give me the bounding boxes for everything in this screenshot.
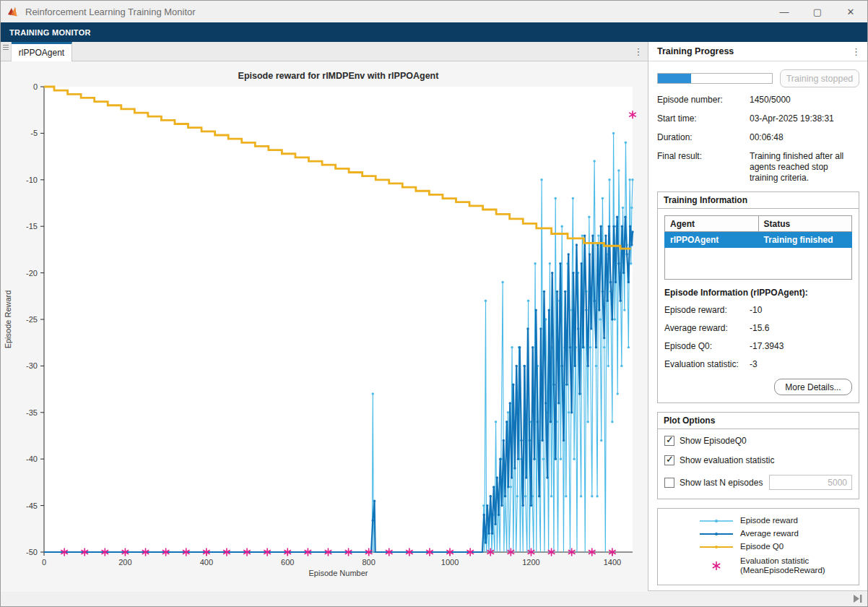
ribbon-tab-training-monitor[interactable]: TRAINING MONITOR <box>1 28 100 37</box>
episode-reward-label: Episode reward: <box>664 305 750 315</box>
svg-text:-10: -10 <box>26 176 38 184</box>
evaluation-statistic-row: Evaluation statistic: -3 <box>664 359 852 369</box>
svg-text:-40: -40 <box>26 455 38 463</box>
episode-q0-line-sample <box>700 543 733 551</box>
svg-text:1000: 1000 <box>441 558 459 567</box>
training-information-section: Training Information Agent Status rlPPOA… <box>657 191 859 403</box>
episode-number-value: 1450/5000 <box>750 95 858 106</box>
minimize-button[interactable]: — <box>768 1 801 22</box>
more-details-button[interactable]: More Details... <box>774 379 852 395</box>
training-stopped-button[interactable]: Training stopped <box>780 69 859 87</box>
plot-option-checkbox-1[interactable] <box>664 455 674 465</box>
svg-text:0: 0 <box>42 558 46 567</box>
episode-information-title: Episode Information (rlPPOAgent): <box>664 288 852 298</box>
svg-text:Episode Reward: Episode Reward <box>4 290 12 349</box>
duration-row: Duration: 00:06:48 <box>657 132 859 143</box>
svg-text:1200: 1200 <box>522 558 539 567</box>
document-pane: rlPPOAgent ⋮ Episode reward for rlMDPEnv… <box>1 42 648 590</box>
show-episodeq0-label: Show EpisodeQ0 <box>680 436 747 446</box>
training-information-title: Training Information <box>658 192 859 209</box>
ribbon: TRAINING MONITOR <box>1 22 867 42</box>
svg-text:400: 400 <box>200 558 213 567</box>
evaluation-statistic-value: -3 <box>750 359 758 369</box>
matlab-logo-icon <box>7 7 19 17</box>
average-reward-value: -15.6 <box>750 323 769 333</box>
agents-table-header-agent: Agent <box>665 216 759 232</box>
duration-value: 00:06:48 <box>750 132 858 143</box>
close-button[interactable]: ✕ <box>834 1 867 22</box>
svg-text:-35: -35 <box>26 408 38 417</box>
episode-q0-label: Episode Q0: <box>664 341 750 351</box>
svg-text:-5: -5 <box>30 129 38 137</box>
final-result-label: Final result: <box>657 151 750 184</box>
episode-number-row: Episode number: 1450/5000 <box>657 95 859 106</box>
window-title: Reinforcement Learning Training Monitor <box>25 7 196 17</box>
agents-table-header-status: Status <box>758 216 851 232</box>
maximize-button[interactable]: ▢ <box>801 1 834 22</box>
svg-text:800: 800 <box>362 558 375 567</box>
svg-text:200: 200 <box>118 558 131 567</box>
chart-legend: Episode reward Average reward Episode Q0 <box>657 508 859 585</box>
plot-option-checkbox-0[interactable] <box>664 436 674 446</box>
tab-overflow-menu-icon[interactable]: ⋮ <box>629 42 648 61</box>
progress-bar-fill <box>658 74 691 83</box>
agent-cell: rlPPOAgent <box>665 232 759 248</box>
duration-label: Duration: <box>657 132 750 143</box>
svg-text:-15: -15 <box>26 222 38 231</box>
show-evaluation-statistic-label: Show evaluation statistic <box>680 455 774 465</box>
document-tab-strip: rlPPOAgent ⋮ <box>1 42 648 61</box>
legend-entry-episode-q0: Episode Q0 <box>662 542 854 551</box>
svg-text:Episode Number: Episode Number <box>309 569 368 577</box>
panel-title: Training Progress <box>657 46 734 56</box>
figure-area: Episode reward for rlMDPEnv with rlPPOAg… <box>1 61 648 595</box>
training-chart: Episode reward for rlMDPEnv with rlPPOAg… <box>1 61 648 592</box>
evaluation-statistic-label: Evaluation statistic: <box>664 359 750 369</box>
agent-row-rlppoagent[interactable]: rlPPOAgent Training finished <box>665 232 852 248</box>
legend-entry-evaluation-statistic: Evaluation statistic (MeanEpisodeReward) <box>662 556 854 575</box>
svg-text:1400: 1400 <box>604 558 621 567</box>
episode-number-label: Episode number: <box>657 95 750 106</box>
episode-q0-row: Episode Q0: -17.3943 <box>664 341 852 351</box>
plot-options-section: Plot Options Show EpisodeQ0 Show evaluat… <box>657 412 859 499</box>
average-reward-line-sample <box>700 530 733 538</box>
svg-text:0: 0 <box>33 82 38 91</box>
title-bar: Reinforcement Learning Training Monitor … <box>1 1 867 22</box>
panel-menu-icon[interactable]: ⋮ <box>851 46 861 57</box>
status-cell: Training finished <box>758 232 851 248</box>
svg-text:600: 600 <box>281 558 294 567</box>
last-n-episodes-input[interactable] <box>769 475 852 490</box>
show-last-n-episodes-label: Show last N episodes <box>680 478 763 488</box>
tab-drag-handle[interactable] <box>1 42 12 61</box>
episode-reward-row: Episode reward: -10 <box>664 305 852 315</box>
training-progress-panel: Training Progress ⋮ Training stopped Epi… <box>648 42 868 590</box>
average-reward-label: Average reward: <box>664 323 750 333</box>
start-time-row: Start time: 03-Apr-2025 19:38:31 <box>657 113 859 124</box>
svg-text:-45: -45 <box>26 501 38 510</box>
final-result-value: Training finished after all agents reach… <box>750 151 858 184</box>
svg-text:-30: -30 <box>26 361 38 370</box>
plot-option-checkbox-2[interactable] <box>664 478 674 488</box>
average-reward-row: Average reward: -15.6 <box>664 323 852 333</box>
app-window: Reinforcement Learning Training Monitor … <box>0 0 868 607</box>
legend-entry-episode-reward: Episode reward <box>662 516 854 525</box>
svg-text:Episode reward for rlMDPEnv wi: Episode reward for rlMDPEnv with rlPPOAg… <box>238 71 440 81</box>
plot-options-title: Plot Options <box>658 413 859 429</box>
start-time-label: Start time: <box>657 113 750 124</box>
agents-table: Agent Status rlPPOAgent Training finishe… <box>664 215 852 280</box>
evaluation-statistic-asterisk-icon <box>711 560 722 572</box>
agents-table-empty-space <box>665 248 852 280</box>
svg-text:-50: -50 <box>26 548 38 556</box>
episode-q0-value: -17.3943 <box>750 341 784 351</box>
skip-to-end-icon[interactable] <box>853 594 863 603</box>
svg-text:-20: -20 <box>26 269 38 277</box>
tab-label: rlPPOAgent <box>19 48 64 58</box>
episode-reward-value: -10 <box>750 305 762 315</box>
svg-text:-25: -25 <box>26 315 38 324</box>
legend-entry-average-reward: Average reward <box>662 529 854 538</box>
episode-reward-line-sample <box>700 517 733 525</box>
training-progress-bar <box>657 73 773 84</box>
tab-rlppoagent[interactable]: rlPPOAgent <box>12 42 72 61</box>
final-result-row: Final result: Training finished after al… <box>657 151 859 184</box>
start-time-value: 03-Apr-2025 19:38:31 <box>750 113 858 124</box>
